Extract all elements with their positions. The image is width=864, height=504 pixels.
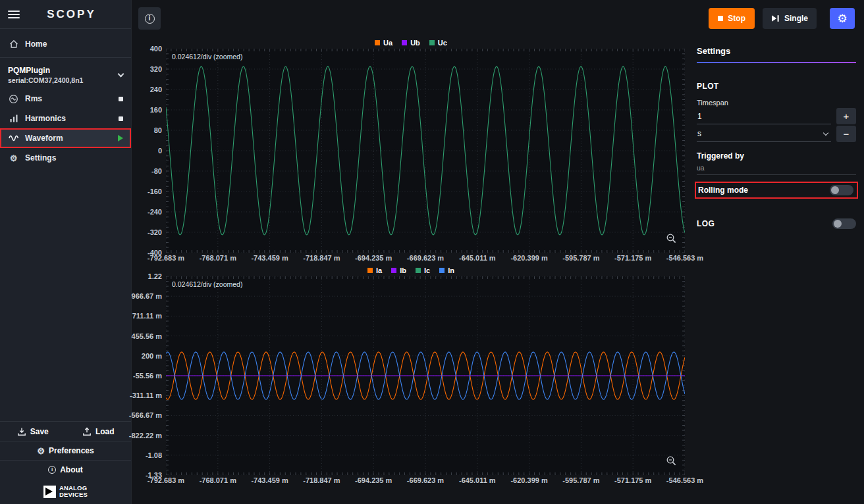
settings-gear-icon: ⚙ bbox=[8, 154, 19, 163]
preferences-button[interactable]: ⚙ Preferences bbox=[0, 441, 131, 460]
hamburger-menu-icon[interactable] bbox=[8, 11, 20, 18]
charts-column: UaUbUc 400320240160800-80-160-240-320-40… bbox=[137, 37, 685, 504]
about-label: About bbox=[60, 465, 83, 474]
save-icon bbox=[17, 427, 26, 436]
x-tick-label: -792.683 m bbox=[148, 476, 184, 484]
rolling-mode-toggle[interactable] bbox=[830, 185, 853, 195]
timespan-input[interactable] bbox=[697, 109, 831, 124]
sidebar-item-home[interactable]: Home bbox=[0, 34, 131, 54]
legend-item-in[interactable]: In bbox=[439, 266, 454, 274]
magnifier-icon[interactable] bbox=[666, 455, 677, 466]
sidebar-item-pqmplugin[interactable]: PQMPlugin serial:COM37,2400,8n1 bbox=[0, 61, 131, 89]
scopy-app: SCOPY Home PQMPlugin serial:COM37,2400,8… bbox=[0, 0, 864, 504]
single-button[interactable]: Single bbox=[763, 8, 817, 29]
sidebar-item-harmonics[interactable]: Harmonics bbox=[0, 109, 131, 128]
rolling-mode-row: Rolling mode bbox=[695, 182, 858, 199]
y-tick-label: 966.67 m bbox=[132, 292, 162, 300]
x-tick-label: -620.399 m bbox=[510, 476, 547, 484]
load-button[interactable]: Load bbox=[66, 422, 132, 441]
y-tick-label: -1.08 bbox=[146, 451, 162, 459]
save-button[interactable]: Save bbox=[0, 422, 66, 441]
x-tick-label: -768.071 m bbox=[200, 476, 236, 484]
x-tick-label: -571.175 m bbox=[614, 254, 651, 262]
sidebar-item-settings[interactable]: ⚙ Settings bbox=[0, 148, 131, 168]
plot-settings-button[interactable]: ⚙ bbox=[830, 8, 855, 29]
y-tick-label: -822.22 m bbox=[129, 432, 162, 440]
y-tick-label: -320 bbox=[148, 228, 162, 236]
timespan-decrement-button[interactable]: − bbox=[836, 126, 856, 142]
plot-section-header: PLOT bbox=[697, 82, 856, 91]
stop-icon bbox=[718, 16, 723, 21]
x-tick-label: -645.011 m bbox=[459, 476, 496, 484]
info-button[interactable]: i bbox=[138, 7, 161, 30]
harmonics-icon bbox=[8, 114, 19, 123]
waveform-icon bbox=[8, 134, 19, 142]
stop-button[interactable]: Stop bbox=[709, 8, 755, 29]
log-label: LOG bbox=[697, 219, 715, 228]
x-tick-label: -669.623 m bbox=[407, 254, 444, 262]
sidebar-item-waveform[interactable]: Waveform bbox=[0, 128, 131, 148]
x-tick-label: -743.459 m bbox=[251, 476, 288, 484]
sidebar-footer: Save Load ⚙ Preferences i About bbox=[0, 421, 131, 504]
rms-icon bbox=[8, 94, 19, 104]
current-plot-area[interactable]: 0.024612/div (zoomed) bbox=[166, 276, 685, 475]
sidebar: SCOPY Home PQMPlugin serial:COM37,2400,8… bbox=[0, 0, 132, 504]
voltage-div-scale-label: 0.024612/div (zoomed) bbox=[172, 53, 242, 61]
save-label: Save bbox=[30, 427, 49, 436]
about-button[interactable]: i About bbox=[0, 460, 131, 479]
legend-swatch-icon bbox=[439, 268, 445, 273]
legend-swatch-icon bbox=[391, 268, 396, 273]
magnifier-icon[interactable] bbox=[666, 233, 677, 244]
x-tick-label: -694.235 m bbox=[355, 476, 392, 484]
x-tick-label: -792.683 m bbox=[148, 254, 184, 262]
preferences-gear-icon: ⚙ bbox=[37, 447, 45, 455]
load-icon bbox=[82, 427, 92, 436]
x-tick-label: -768.071 m bbox=[200, 254, 236, 262]
sidebar-menu: Home PQMPlugin serial:COM37,2400,8n1 Rms bbox=[0, 29, 131, 168]
voltage-plot-area[interactable]: 0.024612/div (zoomed) bbox=[166, 49, 685, 253]
log-toggle[interactable] bbox=[832, 218, 856, 229]
play-icon[interactable] bbox=[118, 135, 123, 141]
y-tick-label: 711.11 m bbox=[132, 312, 162, 320]
single-icon bbox=[771, 14, 780, 22]
rolling-mode-label: Rolling mode bbox=[698, 186, 748, 195]
separator bbox=[0, 57, 131, 58]
x-tick-label: -718.847 m bbox=[303, 254, 340, 262]
sidebar-item-label: Harmonics bbox=[25, 114, 113, 123]
legend-item-ua[interactable]: Ua bbox=[375, 39, 392, 47]
top-toolbar: i Stop Single ⚙ bbox=[132, 0, 864, 37]
timespan-increment-button[interactable]: + bbox=[836, 108, 856, 124]
legend-item-ic[interactable]: Ic bbox=[416, 266, 430, 274]
info-icon: i bbox=[145, 14, 155, 24]
sidebar-item-rms[interactable]: Rms bbox=[0, 89, 131, 109]
legend-item-ub[interactable]: Ub bbox=[402, 39, 420, 47]
analog-devices-logo: ANALOG DEVICES bbox=[0, 479, 131, 504]
about-icon: i bbox=[48, 466, 56, 474]
y-tick-label: -160 bbox=[148, 188, 162, 195]
voltage-chart: UaUbUc 400320240160800-80-160-240-320-40… bbox=[137, 37, 685, 263]
stop-square-icon[interactable] bbox=[119, 116, 123, 121]
x-tick-label: -546.563 m bbox=[666, 476, 703, 484]
triggered-by-select[interactable]: ua bbox=[697, 164, 856, 175]
y-tick-label: -240 bbox=[148, 208, 162, 216]
stop-square-icon[interactable] bbox=[119, 97, 123, 101]
legend-label: Ua bbox=[383, 39, 392, 47]
y-tick-label: -311.11 m bbox=[130, 391, 162, 399]
legend-item-ib[interactable]: Ib bbox=[391, 266, 406, 274]
timespan-unit-select[interactable]: s bbox=[697, 127, 831, 142]
single-label: Single bbox=[784, 14, 808, 23]
y-tick-label: 240 bbox=[150, 86, 162, 93]
current-y-axis: 1.22966.67 m711.11 m455.56 m200 m-55.56 … bbox=[137, 276, 166, 475]
y-tick-label: 80 bbox=[154, 126, 162, 134]
y-tick-label: 1.22 bbox=[148, 272, 162, 280]
legend-item-uc[interactable]: Uc bbox=[429, 39, 447, 47]
current-legend: IaIbIcIn bbox=[137, 265, 685, 276]
y-tick-label: 160 bbox=[150, 106, 162, 114]
y-tick-label: 320 bbox=[150, 65, 162, 73]
chevron-down-icon[interactable] bbox=[118, 70, 124, 77]
y-tick-label: 200 m bbox=[142, 352, 162, 360]
main-area: i Stop Single ⚙ UaUbUc bbox=[132, 0, 864, 504]
legend-swatch-icon bbox=[429, 40, 435, 45]
log-row: LOG bbox=[697, 218, 856, 229]
legend-item-ia[interactable]: Ia bbox=[367, 266, 382, 274]
